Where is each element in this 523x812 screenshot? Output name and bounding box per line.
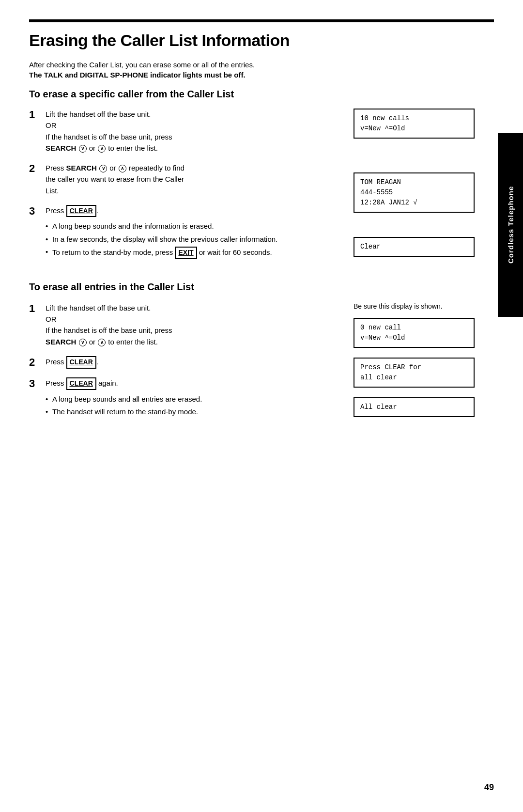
display2-line1: TOM REAGAN — [360, 178, 401, 186]
section2-display2: Press CLEAR for all clear — [354, 358, 475, 388]
up-arrow-icon-1: ∧ — [98, 145, 106, 153]
section1-display1: 10 new calls v=New ^=Old — [354, 109, 475, 139]
s2-step-number-2: 2 — [29, 356, 40, 369]
clear-key-1: CLEAR — [66, 205, 96, 218]
search-bold-1: SEARCH — [46, 144, 76, 152]
s2-bullet-3-2: The handset will return to the stand-by … — [46, 406, 339, 418]
display3-line1: Clear — [360, 243, 381, 250]
s2-clear-key-2: CLEAR — [66, 377, 96, 390]
s2-step3-bullets: A long beep sounds and all entries are e… — [46, 394, 339, 418]
side-tab: Cordless Telephone — [498, 133, 523, 317]
section1-display2: TOM REAGAN 444-5555 12:20A JAN12 √ — [354, 172, 475, 213]
s2-step-number-1: 1 — [29, 302, 40, 347]
s2-bullet-3-1: A long beep sounds and all entries are e… — [46, 394, 339, 405]
section1-step3: 3 Press CLEAR. A long beep sounds and th… — [29, 205, 339, 261]
section2-steps-col: 1 Lift the handset off the base unit. OR… — [29, 302, 354, 428]
s2-clear-key-1: CLEAR — [66, 356, 96, 369]
search-bold-2: SEARCH — [66, 164, 97, 172]
side-tab-text: Cordless Telephone — [507, 186, 515, 264]
section1-displays-col: 10 new calls v=New ^=Old TOM REAGAN 444-… — [354, 109, 494, 270]
down-arrow-icon-2: ∨ — [99, 165, 107, 172]
down-arrow-icon-1: ∨ — [79, 145, 87, 153]
s2-display1-line1: 0 new call — [360, 324, 401, 331]
bullet-1-1: A long beep sounds and the information i… — [46, 221, 339, 232]
section2-displays-col: Be sure this display is shown. 0 new cal… — [354, 302, 494, 428]
section1-heading: To erase a specific caller from the Call… — [29, 89, 494, 100]
s2-step1-content: Lift the handset off the base unit. OR I… — [46, 302, 339, 347]
bullet-1-3: To return to the stand-by mode, press EX… — [46, 247, 339, 259]
step-number-1: 1 — [29, 109, 40, 154]
section2-display3: All clear — [354, 397, 475, 417]
section-divider: To erase all entries in the Caller List — [29, 281, 494, 293]
section1-steps-col: 1 Lift the handset off the base unit. OR… — [29, 109, 354, 270]
display1-line2: v=New ^=Old — [360, 125, 405, 132]
display1-line1: 10 new calls — [360, 114, 409, 122]
s2-down-arrow-icon: ∨ — [79, 339, 87, 346]
top-rule — [29, 19, 494, 22]
be-sure-text: Be sure this display is shown. — [354, 302, 443, 310]
step-number-2: 2 — [29, 162, 40, 196]
section1-step2: 2 Press SEARCH ∨ or ∧ repeatedly to find… — [29, 162, 339, 196]
step2-content: Press SEARCH ∨ or ∧ repeatedly to find t… — [46, 162, 339, 196]
display2-line3: 12:20A JAN12 √ — [360, 199, 417, 206]
section2-heading: To erase all entries in the Caller List — [29, 281, 494, 293]
s2-step3-content: Press CLEAR again. A long beep sounds an… — [46, 377, 339, 420]
section2-step2: 2 Press CLEAR. — [29, 356, 339, 369]
s2-display2-line1: Press CLEAR for — [360, 363, 421, 371]
s2-search-bold-1: SEARCH — [46, 338, 76, 346]
section2-step3: 3 Press CLEAR again. A long beep sounds … — [29, 377, 339, 420]
s2-step2-content: Press CLEAR. — [46, 356, 339, 369]
step3-content: Press CLEAR. A long beep sounds and the … — [46, 205, 339, 261]
intro-line2: The TALK and DIGITAL SP-PHONE indicator … — [29, 71, 494, 79]
section2-display1: 0 new call v=New ^=Old — [354, 318, 475, 348]
s2-display2-line2: all clear — [360, 374, 397, 381]
step3-bullets: A long beep sounds and the information i… — [46, 221, 339, 259]
section1-display3: Clear — [354, 237, 475, 257]
step-number-3: 3 — [29, 205, 40, 261]
section1-layout: 1 Lift the handset off the base unit. OR… — [29, 109, 494, 270]
page-number: 49 — [484, 782, 494, 793]
s2-step-number-3: 3 — [29, 377, 40, 420]
step1-content: Lift the handset off the base unit. OR I… — [46, 109, 339, 154]
intro-line1: After checking the Caller List, you can … — [29, 61, 494, 69]
s2-display1-line2: v=New ^=Old — [360, 334, 405, 342]
page-title: Erasing the Caller List Information — [29, 31, 494, 50]
s2-display3-line1: All clear — [360, 403, 397, 411]
up-arrow-icon-2: ∧ — [119, 165, 126, 172]
section2-layout: 1 Lift the handset off the base unit. OR… — [29, 302, 494, 428]
bullet-1-2: In a few seconds, the display will show … — [46, 234, 339, 245]
display2-line2: 444-5555 — [360, 188, 393, 196]
exit-key: EXIT — [175, 247, 197, 259]
section1-step1: 1 Lift the handset off the base unit. OR… — [29, 109, 339, 154]
section2-step1: 1 Lift the handset off the base unit. OR… — [29, 302, 339, 347]
s2-up-arrow-icon: ∧ — [98, 339, 106, 346]
